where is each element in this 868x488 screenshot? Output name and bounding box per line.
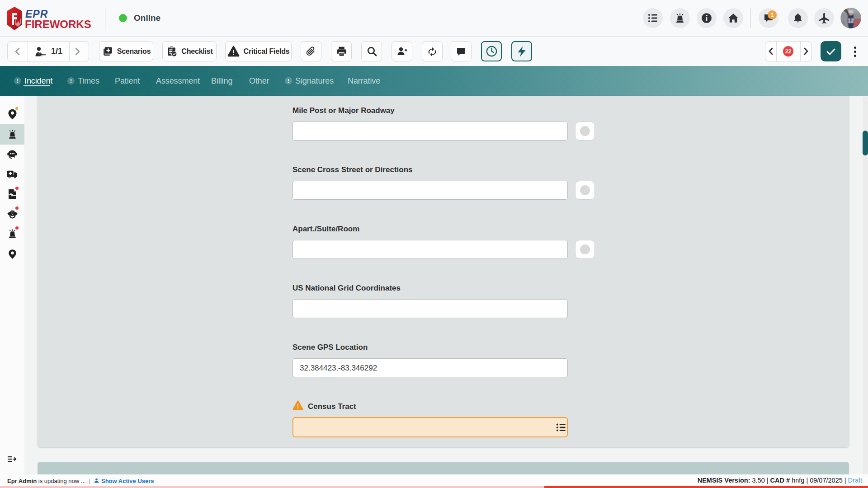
svg-text:12: 12 — [848, 18, 854, 24]
